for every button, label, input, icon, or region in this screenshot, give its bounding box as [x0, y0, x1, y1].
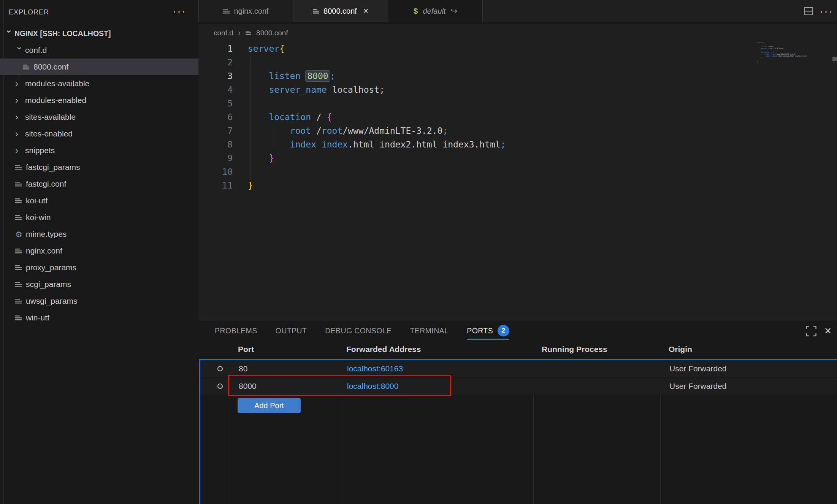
- file-lines-icon: [15, 165, 22, 170]
- breadcrumb[interactable]: conf.d › 8000.conf: [198, 24, 288, 42]
- sidebar-item-fastcgi-params[interactable]: fastcgi_params: [0, 159, 198, 176]
- file-lines-icon: [23, 65, 29, 70]
- gear-icon: ⚙: [15, 230, 22, 238]
- code-editor[interactable]: 1234567891011 server{ listen 8000; serve…: [198, 42, 837, 321]
- code-lines[interactable]: server{ listen 8000; server_name localho…: [248, 42, 506, 192]
- explorer-title: EXPLORER: [9, 8, 49, 16]
- origin-value: User Forwarded: [661, 364, 837, 373]
- code-line[interactable]: server{: [248, 42, 506, 55]
- tab-terminal[interactable]: TERMINAL: [410, 322, 449, 340]
- sidebar-item-sites-available[interactable]: ›sites-available: [0, 109, 198, 125]
- sidebar-item-koi-win[interactable]: koi-win: [0, 209, 198, 226]
- sidebar-item-modules-enabled[interactable]: ›modules-enabled: [0, 92, 198, 109]
- bottom-panel: PROBLEMS OUTPUT DEBUG CONSOLE TERMINAL P…: [198, 322, 837, 504]
- tab-problems[interactable]: PROBLEMS: [215, 322, 257, 340]
- file-lines-icon: [223, 9, 230, 14]
- sidebar-item-8000-conf[interactable]: 8000.conf: [0, 59, 198, 75]
- tab-8000-conf[interactable]: 8000.conf ✕: [294, 0, 388, 22]
- line-number: 4: [198, 83, 233, 97]
- chevron-down-icon: ›: [15, 47, 24, 57]
- sidebar-item-fastcgi-conf[interactable]: fastcgi.conf: [0, 176, 198, 192]
- sidebar-item-koi-utf[interactable]: koi-utf: [0, 192, 198, 209]
- ports-table-body: 80localhost:60163User Forwarded8000local…: [200, 360, 837, 395]
- line-number: 6: [198, 110, 233, 124]
- maximize-panel-icon[interactable]: [805, 325, 817, 337]
- file-lines-icon: [15, 315, 22, 320]
- origin-value: User Forwarded: [661, 382, 837, 391]
- code-line[interactable]: [248, 55, 506, 69]
- port-status-icon: [217, 384, 223, 389]
- chevron-right-icon: ›: [15, 79, 25, 88]
- code-line[interactable]: root /root/www/AdminLTE-3.2.0;: [248, 124, 506, 138]
- close-icon[interactable]: ✕: [363, 7, 369, 15]
- sidebar-item-conf-d[interactable]: ›conf.d: [0, 42, 198, 59]
- tab-bar-underline: [198, 22, 837, 24]
- header-running-process: Running Process: [533, 345, 660, 354]
- chevron-down-icon: ›: [5, 30, 14, 40]
- file-lines-icon: [313, 9, 319, 14]
- forwarded-address-link[interactable]: localhost:8000: [339, 382, 534, 391]
- add-port-button[interactable]: Add Port: [238, 398, 301, 413]
- file-lines-icon: [15, 182, 22, 187]
- tab-debug-console[interactable]: DEBUG CONSOLE: [325, 322, 392, 340]
- code-line[interactable]: [248, 165, 506, 179]
- line-number-gutter: 1234567891011: [198, 42, 233, 192]
- vscode-window: EXPLORER ··· › NGINX [SSH: LOCALHOST] ›c…: [0, 0, 837, 504]
- sidebar-item-sites-enabled[interactable]: ›sites-enabled: [0, 125, 198, 142]
- header-port: Port: [230, 345, 338, 354]
- breadcrumb-separator: ›: [238, 28, 241, 38]
- header-origin: Origin: [660, 345, 837, 354]
- line-number: 3: [198, 69, 233, 83]
- panel-actions: ✕: [805, 325, 832, 338]
- editor-tab-bar: nginx.conf 8000.conf ✕ $ default ↪ ···: [198, 0, 837, 24]
- sidebar-item-modules-available[interactable]: ›modules-available: [0, 75, 198, 92]
- chevron-right-icon: ›: [15, 113, 25, 122]
- terminal-icon: $: [414, 6, 418, 16]
- sidebar-item-win-utf[interactable]: win-utf: [0, 309, 198, 326]
- file-lines-icon: [246, 31, 251, 35]
- code-line[interactable]: [248, 97, 506, 110]
- tab-terminal-default[interactable]: $ default ↪: [388, 0, 483, 22]
- forwarded-address-link[interactable]: localhost:60163: [339, 364, 534, 373]
- split-editor-icon[interactable]: [803, 5, 814, 17]
- line-number: 5: [198, 97, 233, 110]
- code-line[interactable]: location / {: [248, 110, 506, 124]
- port-row-80[interactable]: 80localhost:60163User Forwarded: [200, 360, 837, 378]
- moved-to-editor-arrow-icon: ↪: [451, 6, 458, 16]
- code-line[interactable]: index index.html index2.html index3.html…: [248, 138, 506, 151]
- header-forwarded-address: Forwarded Address: [338, 345, 533, 354]
- code-line[interactable]: }: [248, 151, 506, 165]
- tab-output[interactable]: OUTPUT: [276, 322, 307, 340]
- explorer-more-actions-icon[interactable]: ···: [173, 5, 186, 17]
- panel-tab-bar: PROBLEMS OUTPUT DEBUG CONSOLE TERMINAL P…: [215, 322, 509, 340]
- code-line[interactable]: listen 8000;: [248, 69, 506, 83]
- scrollbar-thumb[interactable]: [832, 57, 837, 61]
- file-lines-icon: [15, 299, 22, 304]
- code-line: index index.html index2.html index3.html…: [757, 55, 814, 57]
- breadcrumb-file[interactable]: 8000.conf: [256, 29, 288, 37]
- port-status-icon: [217, 366, 223, 371]
- editor-actions: ···: [803, 5, 833, 17]
- line-number: 10: [198, 165, 233, 179]
- sidebar-item-mime-types[interactable]: ⚙mime.types: [0, 226, 198, 242]
- sidebar-item-snippets[interactable]: ›snippets: [0, 142, 198, 159]
- breadcrumb-folder[interactable]: conf.d: [214, 29, 233, 37]
- line-number: 7: [198, 124, 233, 138]
- sidebar-item-proxy-params[interactable]: proxy_params: [0, 259, 198, 276]
- file-tree: › NGINX [SSH: LOCALHOST] ›conf.d8000.con…: [0, 25, 198, 326]
- close-panel-icon[interactable]: ✕: [824, 325, 832, 338]
- tab-ports[interactable]: PORTS 2: [467, 322, 509, 340]
- sidebar-item-uwsgi-params[interactable]: uwsgi_params: [0, 293, 198, 309]
- chevron-right-icon: ›: [15, 129, 25, 138]
- sidebar-item-scgi-params[interactable]: scgi_params: [0, 276, 198, 293]
- code-line[interactable]: }: [248, 179, 506, 192]
- sidebar-item-workspace-root[interactable]: › NGINX [SSH: LOCALHOST]: [0, 25, 198, 42]
- file-lines-icon: [15, 265, 22, 270]
- editor-more-actions-icon[interactable]: ···: [820, 5, 833, 17]
- code-line[interactable]: server_name localhost;: [248, 83, 506, 97]
- minimap[interactable]: server{ listen 8000; server_name localho…: [757, 42, 814, 63]
- port-row-8000[interactable]: 8000localhost:8000User Forwarded: [200, 378, 837, 395]
- chevron-right-icon: ›: [15, 96, 25, 105]
- tab-nginx-conf[interactable]: nginx.conf: [198, 0, 293, 22]
- sidebar-item-nginx-conf[interactable]: nginx.conf: [0, 242, 198, 259]
